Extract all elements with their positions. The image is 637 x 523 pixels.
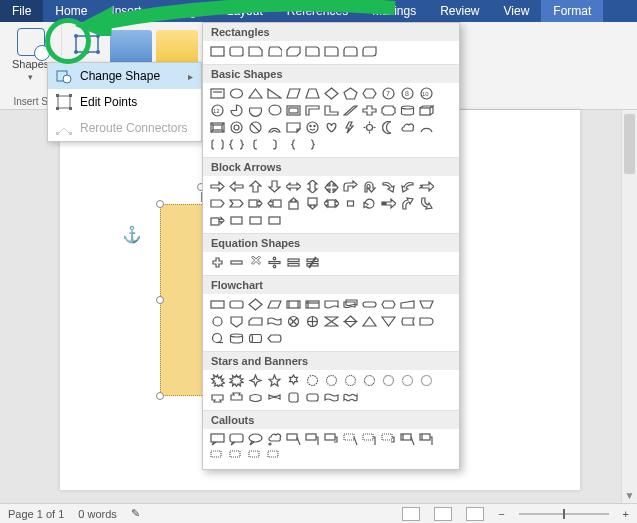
shape-callout-more2[interactable]	[228, 449, 245, 464]
shape-right-triangle[interactable]	[266, 86, 283, 101]
shape-lightning[interactable]	[342, 120, 359, 135]
shape-minus[interactable]	[228, 255, 245, 270]
shape-fc-manual-op[interactable]	[418, 297, 435, 312]
shape-fc-connector[interactable]	[209, 314, 226, 329]
shape-arrow-callout-u[interactable]	[285, 196, 302, 211]
tab-format[interactable]: Format	[541, 0, 603, 22]
shape-teardrop[interactable]	[266, 103, 283, 118]
shape-frame[interactable]	[285, 103, 302, 118]
shape-star12[interactable]	[361, 373, 378, 388]
menu-change-shape[interactable]: Change Shape ▸	[48, 63, 201, 89]
shape-fc-card[interactable]	[247, 314, 264, 329]
shape-arrow-callout-lr[interactable]	[323, 196, 340, 211]
shape-heptagon[interactable]: 7	[380, 86, 397, 101]
shape-arrow-striped[interactable]	[380, 196, 397, 211]
shape-fc-internal[interactable]	[304, 297, 321, 312]
shape-star4[interactable]	[247, 373, 264, 388]
shape-star24[interactable]	[399, 373, 416, 388]
tab-review[interactable]: Review	[428, 0, 491, 22]
shape-fc-seq[interactable]	[209, 331, 226, 346]
shape-arrow-bent[interactable]	[342, 179, 359, 194]
shape-callout-rect[interactable]	[209, 432, 226, 447]
shape-dodecagon[interactable]: 12	[209, 103, 226, 118]
shape-star8[interactable]	[323, 373, 340, 388]
shape-callout-line2[interactable]	[304, 432, 321, 447]
shape-star7[interactable]	[304, 373, 321, 388]
shape-scroll-h[interactable]	[304, 390, 321, 405]
shape-smiley[interactable]	[304, 120, 321, 135]
shape-snip-diag[interactable]	[285, 44, 302, 59]
shape-callout-accent2[interactable]	[418, 432, 435, 447]
tab-mailings[interactable]: Mailings	[360, 0, 428, 22]
shape-arrow-callout-l[interactable]	[266, 196, 283, 211]
shape-star32[interactable]	[418, 373, 435, 388]
resize-handle[interactable]	[156, 296, 164, 304]
shape-callout-border2[interactable]	[361, 432, 378, 447]
shape-right-brace[interactable]	[304, 137, 321, 152]
shape-arrow-up[interactable]	[247, 179, 264, 194]
shape-snip-same[interactable]	[266, 44, 283, 59]
shape-callout-more3[interactable]	[247, 449, 264, 464]
shape-fc-collate[interactable]	[323, 314, 340, 329]
shape-arrow-callout-d[interactable]	[304, 196, 321, 211]
scroll-down-icon[interactable]: ▼	[622, 487, 637, 503]
shape-folded-corner[interactable]	[285, 120, 302, 135]
shape-arrow-circular[interactable]	[361, 196, 378, 211]
style-swatch-yellow[interactable]	[156, 30, 198, 64]
shape-parallelogram[interactable]	[285, 86, 302, 101]
scrollbar-thumb[interactable]	[624, 114, 635, 174]
shape-callout-line3[interactable]	[323, 432, 340, 447]
shape-callout-more4[interactable]	[266, 449, 283, 464]
shape-right-bracket[interactable]	[266, 137, 283, 152]
shape-fc-process[interactable]	[209, 297, 226, 312]
shape-star16[interactable]	[380, 373, 397, 388]
resize-handle[interactable]	[156, 392, 164, 400]
word-count[interactable]: 0 words	[78, 508, 117, 520]
shape-diamond[interactable]	[323, 86, 340, 101]
shape-plus[interactable]	[209, 255, 226, 270]
shape-arrow-right[interactable]	[209, 179, 226, 194]
shape-arrow-home[interactable]	[209, 213, 226, 228]
shape-ribbon-curved-d[interactable]	[266, 390, 283, 405]
shape-fc-offpage[interactable]	[228, 314, 245, 329]
shape-fc-predef[interactable]	[285, 297, 302, 312]
shape-chord[interactable]	[247, 103, 264, 118]
shape-fc-terminator[interactable]	[361, 297, 378, 312]
shape-arrow-callout-r[interactable]	[247, 196, 264, 211]
shape-sun[interactable]	[361, 120, 378, 135]
shape-half-frame[interactable]	[304, 103, 321, 118]
shape-fc-stored[interactable]	[399, 314, 416, 329]
shape-arrow-more1[interactable]	[228, 213, 245, 228]
shape-star5[interactable]	[266, 373, 283, 388]
shape-arrow-curved-l[interactable]	[399, 179, 416, 194]
shape-fc-delay[interactable]	[418, 314, 435, 329]
shape-fc-decision[interactable]	[247, 297, 264, 312]
shape-arrow-curved-d[interactable]	[418, 196, 435, 211]
zoom-out[interactable]: −	[498, 508, 504, 520]
shape-fc-sort[interactable]	[342, 314, 359, 329]
resize-handle[interactable]	[156, 200, 164, 208]
shape-arrow-uturn[interactable]	[361, 179, 378, 194]
tab-home[interactable]: Home	[43, 0, 99, 22]
zoom-thumb[interactable]	[563, 509, 565, 519]
shape-left-brace[interactable]	[285, 137, 302, 152]
zoom-in[interactable]: +	[623, 508, 629, 520]
shape-rounded-rect[interactable]	[228, 44, 245, 59]
shape-fc-tape[interactable]	[266, 314, 283, 329]
shape-callout-accent1[interactable]	[399, 432, 416, 447]
shape-fc-manual-in[interactable]	[399, 297, 416, 312]
shape-arrow-pentagon[interactable]	[209, 196, 226, 211]
shape-callout-more1[interactable]	[209, 449, 226, 464]
tab-file[interactable]: File	[0, 0, 43, 22]
shape-double-bracket[interactable]	[209, 137, 226, 152]
shape-callout-round[interactable]	[228, 432, 245, 447]
shape-explosion1[interactable]	[209, 373, 226, 388]
tab-references[interactable]: References	[275, 0, 360, 22]
page-indicator[interactable]: Page 1 of 1	[8, 508, 64, 520]
shape-fc-merge[interactable]	[380, 314, 397, 329]
shape-fc-prep[interactable]	[380, 297, 397, 312]
shape-l-shape[interactable]	[323, 103, 340, 118]
vertical-scrollbar[interactable]: ▲ ▼	[621, 110, 637, 503]
style-swatch-blue[interactable]	[110, 30, 152, 64]
shape-no-symbol[interactable]	[247, 120, 264, 135]
